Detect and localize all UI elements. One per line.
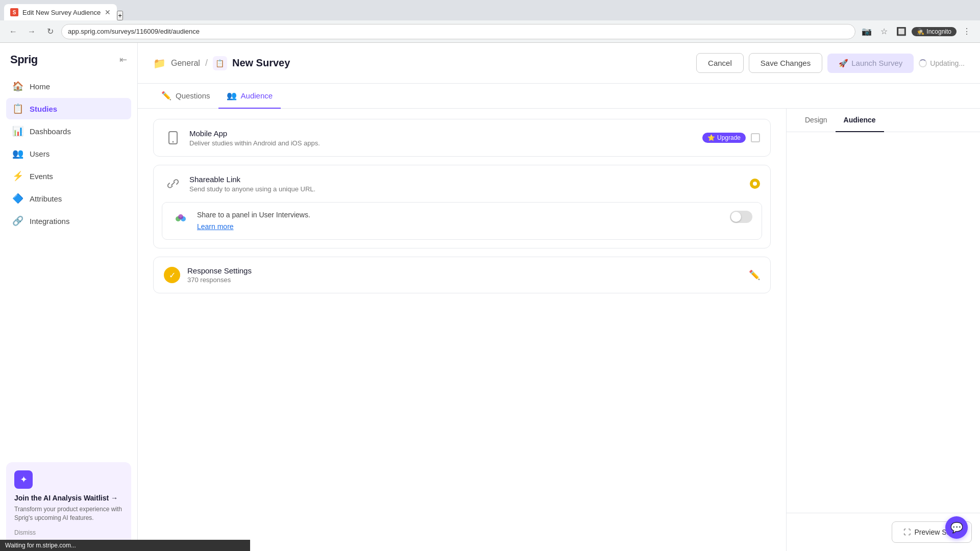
tab-navigation: ✏️ Questions 👥 Audience	[138, 84, 980, 109]
response-settings-edit-button[interactable]: ✏️	[749, 269, 760, 281]
upgrade-badge[interactable]: ⭐ Upgrade	[702, 133, 746, 143]
promo-description: Transform your product experience with S…	[14, 505, 123, 522]
right-panel: Design Audience ⛶ Preview Study	[786, 109, 980, 551]
camera-icon[interactable]: 📷	[860, 24, 874, 39]
user-interviews-content: Share to a panel in User Interviews. Lea…	[197, 211, 723, 231]
upgrade-label: Upgrade	[717, 134, 741, 141]
top-header: 📁 General / 📋 New Survey Cancel Save Cha…	[138, 43, 980, 84]
user-interviews-toggle[interactable]	[730, 211, 752, 223]
sidebar-item-studies[interactable]: 📋 Studies	[6, 98, 131, 119]
sidebar-promo: ✦ Join the AI Analysis Waitlist → Transf…	[6, 462, 131, 545]
tab-title: Edit New Survey Audience	[22, 9, 101, 16]
sidebar-item-label-events: Events	[30, 172, 53, 181]
launch-label: Launch Survey	[851, 59, 902, 67]
content-area: Mobile App Deliver studies within Androi…	[138, 109, 980, 551]
sidebar-item-home[interactable]: 🏠 Home	[6, 76, 131, 97]
response-check-icon: ✓	[164, 267, 180, 283]
dashboards-icon: 📊	[12, 126, 23, 137]
sidebar-item-label-attributes: Attributes	[30, 194, 62, 203]
rp-tab-design[interactable]: Design	[797, 109, 836, 132]
user-interviews-panel: Share to a panel in User Interviews. Lea…	[162, 202, 762, 240]
sidebar-item-integrations[interactable]: 🔗 Integrations	[6, 210, 131, 232]
loading-spinner	[919, 59, 927, 67]
shareable-link-row: Shareable Link Send study to anyone usin…	[154, 165, 770, 202]
questions-tab-icon: ✏️	[161, 91, 172, 101]
extension-icon[interactable]: 🔲	[894, 24, 909, 39]
mobile-app-row: Mobile App Deliver studies within Androi…	[154, 119, 770, 156]
rp-tab-audience[interactable]: Audience	[836, 109, 884, 132]
content-scroll[interactable]: Mobile App Deliver studies within Androi…	[138, 109, 786, 551]
sidebar: Sprig ⇤ 🏠 Home 📋 Studies 📊 Dashboards 👥 …	[0, 43, 138, 551]
link-icon	[164, 174, 182, 193]
mobile-app-content: Mobile App Deliver studies within Androi…	[189, 129, 702, 147]
sidebar-item-attributes[interactable]: 🔷 Attributes	[6, 188, 131, 209]
sidebar-item-label-users: Users	[30, 149, 50, 158]
status-bar: Waiting for m.stripe.com...	[0, 540, 250, 551]
shareable-link-card: Shareable Link Send study to anyone usin…	[153, 165, 771, 248]
url-bar[interactable]: app.sprig.com/surveys/116009/edit/audien…	[61, 24, 855, 39]
promo-dismiss-button[interactable]: Dismiss	[14, 529, 36, 536]
audience-tab-label: Audience	[241, 91, 273, 100]
incognito-label: Incognito	[926, 28, 951, 35]
sprig-logo: Sprig	[10, 53, 38, 66]
updating-label: Updating...	[930, 59, 965, 67]
shareable-link-radio[interactable]	[750, 179, 760, 189]
svg-point-1	[173, 141, 174, 143]
refresh-button[interactable]: ↻	[43, 24, 57, 39]
upgrade-icon: ⭐	[707, 134, 715, 141]
right-panel-tabs: Design Audience	[787, 109, 980, 132]
browser-tab[interactable]: S Edit New Survey Audience ✕	[4, 4, 117, 20]
mobile-app-action: ⭐ Upgrade	[702, 133, 760, 143]
preview-icon: ⛶	[903, 528, 911, 536]
questions-tab-label: Questions	[176, 91, 210, 100]
cancel-button[interactable]: Cancel	[696, 53, 744, 73]
menu-icon[interactable]: ⋮	[960, 24, 974, 39]
chat-button[interactable]: 💬	[945, 516, 968, 539]
mobile-app-icon	[164, 129, 182, 147]
breadcrumb: 📁 General / 📋 New Survey	[153, 56, 688, 70]
shareable-link-content: Shareable Link Send study to anyone usin…	[189, 175, 750, 193]
back-button[interactable]: ←	[6, 24, 20, 39]
shareable-link-action	[750, 179, 760, 189]
incognito-icon: 🕵	[917, 28, 924, 35]
new-tab-button[interactable]: +	[117, 11, 123, 20]
user-interviews-icon	[172, 211, 190, 229]
sidebar-item-label-studies: Studies	[30, 105, 57, 113]
users-icon: 👥	[12, 148, 23, 159]
response-settings-count: 370 responses	[187, 276, 252, 284]
integrations-icon: 🔗	[12, 215, 23, 227]
breadcrumb-separator: /	[205, 58, 208, 68]
learn-more-link[interactable]: Learn more	[197, 222, 234, 231]
mobile-app-checkbox[interactable]	[751, 133, 760, 142]
updating-status: Updating...	[919, 59, 965, 67]
rp-design-label: Design	[805, 116, 827, 124]
tab-close-button[interactable]: ✕	[105, 8, 111, 16]
tab-audience[interactable]: 👥 Audience	[218, 84, 281, 109]
sidebar-item-dashboards[interactable]: 📊 Dashboards	[6, 120, 131, 142]
right-panel-content	[787, 132, 980, 513]
tab-questions[interactable]: ✏️ Questions	[153, 84, 218, 109]
breadcrumb-survey-name: New Survey	[232, 57, 290, 69]
header-actions: Cancel Save Changes 🚀 Launch Survey Upda…	[696, 53, 965, 73]
launch-survey-button[interactable]: 🚀 Launch Survey	[827, 54, 914, 73]
forward-button[interactable]: →	[24, 24, 39, 39]
sidebar-collapse-button[interactable]: ⇤	[119, 54, 127, 65]
folder-icon: 📁	[153, 57, 166, 69]
tab-favicon: S	[10, 8, 18, 16]
sidebar-item-users[interactable]: 👥 Users	[6, 143, 131, 164]
promo-title[interactable]: Join the AI Analysis Waitlist →	[14, 494, 123, 502]
mobile-app-desc: Deliver studies within Android and iOS a…	[189, 139, 702, 147]
sidebar-header: Sprig ⇤	[0, 43, 137, 71]
response-settings-title: Response Settings	[187, 266, 252, 275]
toggle-knob	[731, 212, 741, 222]
incognito-badge: 🕵 Incognito	[912, 27, 957, 36]
sidebar-item-events[interactable]: ⚡ Events	[6, 165, 131, 187]
bookmark-icon[interactable]: ☆	[877, 24, 891, 39]
studies-icon: 📋	[12, 103, 23, 114]
rp-audience-label: Audience	[844, 116, 876, 124]
mobile-app-card: Mobile App Deliver studies within Androi…	[153, 119, 771, 157]
events-icon: ⚡	[12, 170, 23, 182]
breadcrumb-general[interactable]: General	[171, 59, 200, 68]
response-settings-row: ✓ Response Settings 370 responses ✏️	[154, 257, 770, 293]
save-changes-button[interactable]: Save Changes	[749, 53, 822, 73]
